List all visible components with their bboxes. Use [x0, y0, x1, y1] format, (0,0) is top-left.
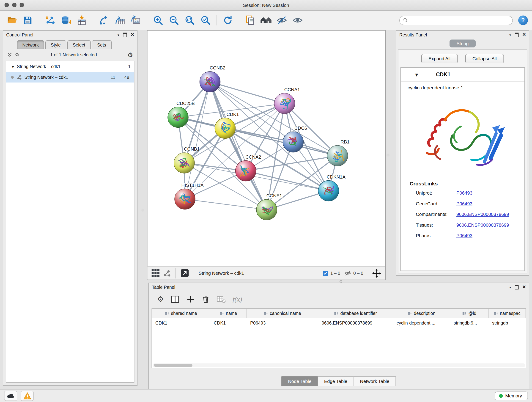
- cell-description[interactable]: cyclin-dependent ...: [393, 318, 450, 327]
- panel-close-icon[interactable]: ×: [131, 33, 134, 37]
- clone-network-button[interactable]: [112, 13, 128, 28]
- tab-network-table[interactable]: Network Table: [354, 376, 396, 386]
- hide-selected-button[interactable]: [274, 13, 290, 28]
- network-node-cdk1[interactable]: [215, 118, 235, 139]
- tab-network[interactable]: Network: [17, 40, 44, 49]
- right-splitter-handle[interactable]: [387, 154, 389, 157]
- gear-icon[interactable]: ⚙: [127, 51, 133, 58]
- network-node-cdc6[interactable]: [283, 132, 304, 153]
- window-close-button[interactable]: [5, 3, 9, 7]
- show-all-button[interactable]: [290, 13, 306, 28]
- birdseye-network-icon[interactable]: [164, 270, 171, 277]
- network-node-ccnb1[interactable]: [174, 153, 195, 173]
- export-image-button[interactable]: [128, 13, 144, 28]
- network-edge[interactable]: [210, 82, 267, 210]
- network-edge[interactable]: [225, 128, 338, 156]
- cell-shared-name[interactable]: CDK1: [152, 318, 210, 327]
- delete-column-icon[interactable]: [202, 295, 210, 303]
- preferred-layout-button[interactable]: [258, 13, 274, 28]
- column-header-shared-name[interactable]: shared name: [152, 309, 210, 318]
- panel-float-icon[interactable]: [515, 32, 519, 37]
- column-header-id[interactable]: @id: [450, 309, 489, 318]
- panel-menu-icon[interactable]: ▾: [509, 285, 511, 289]
- tab-edge-table[interactable]: Edge Table: [317, 376, 354, 386]
- network-node-ccna1[interactable]: [274, 93, 295, 114]
- tab-select[interactable]: Select: [67, 40, 90, 49]
- new-network-button[interactable]: [96, 13, 112, 28]
- hidden-eye-icon[interactable]: [344, 270, 351, 276]
- network-node-ccne1[interactable]: [256, 199, 277, 220]
- window-minimize-button[interactable]: [12, 3, 17, 7]
- network-row-selected[interactable]: String Network – cdk1 11 48: [6, 72, 134, 83]
- panel-close-icon[interactable]: ×: [522, 285, 526, 289]
- network-edge[interactable]: [185, 82, 210, 199]
- column-header-description[interactable]: description: [393, 309, 450, 318]
- copy-button[interactable]: [242, 13, 258, 28]
- help-button[interactable]: ?: [518, 16, 528, 25]
- memory-button[interactable]: Memory: [495, 392, 528, 400]
- collapse-all-button[interactable]: Collapse All: [465, 54, 504, 64]
- disclosure-triangle-icon[interactable]: ▼: [12, 65, 14, 68]
- network-node-hist1h1a[interactable]: [175, 189, 195, 210]
- column-header-database-identifier[interactable]: database identifier: [318, 309, 393, 318]
- panel-close-icon[interactable]: ×: [522, 33, 526, 37]
- tab-string[interactable]: String: [450, 40, 476, 48]
- crosslink-value-link[interactable]: 9606.ENSP00000378699: [456, 223, 509, 228]
- network-node-cdkn1a[interactable]: [318, 181, 339, 201]
- crosslink-value-link[interactable]: P06493: [456, 233, 472, 238]
- cell-id[interactable]: stringdb:9...: [450, 318, 489, 327]
- panel-float-icon[interactable]: [515, 285, 519, 289]
- zoom-in-button[interactable]: [150, 13, 166, 28]
- network-edge[interactable]: [210, 82, 285, 104]
- checkbox-icon[interactable]: [323, 270, 328, 276]
- panel-menu-icon[interactable]: ▾: [118, 33, 119, 37]
- expand-all-icon[interactable]: [15, 52, 20, 57]
- export-view-icon[interactable]: [181, 269, 189, 278]
- disclosure-triangle-icon[interactable]: ▼: [415, 72, 418, 77]
- panel-float-icon[interactable]: [123, 32, 127, 37]
- import-network-database-button[interactable]: [58, 13, 74, 28]
- table-row[interactable]: CDK1 CDK1 P06493 9606.ENSP00000378699 cy…: [152, 318, 526, 327]
- save-session-button[interactable]: [20, 13, 36, 28]
- refresh-button[interactable]: [220, 13, 236, 28]
- table-settings-gear-icon[interactable]: ⚙: [157, 295, 164, 303]
- move-tool-icon[interactable]: [372, 269, 381, 278]
- cell-namespace[interactable]: stringdb: [489, 318, 526, 327]
- network-node-ccnb2[interactable]: [200, 71, 220, 92]
- open-session-button[interactable]: [4, 13, 20, 28]
- bottom-splitter-handle[interactable]: [340, 280, 342, 283]
- warnings-button[interactable]: [21, 391, 34, 401]
- left-splitter-handle[interactable]: [142, 209, 144, 211]
- collapse-all-icon[interactable]: [7, 52, 12, 57]
- panel-menu-icon[interactable]: ▾: [509, 33, 511, 37]
- delete-table-icon[interactable]: [216, 295, 226, 303]
- tab-style[interactable]: Style: [45, 40, 66, 49]
- tab-sets[interactable]: Sets: [92, 40, 112, 49]
- cell-canonical-name[interactable]: P06493: [247, 318, 318, 327]
- zoom-out-button[interactable]: [166, 13, 182, 28]
- import-table-file-button[interactable]: [74, 13, 90, 28]
- column-header-namespace[interactable]: namespac: [489, 309, 526, 318]
- function-builder-icon[interactable]: f(x): [233, 295, 242, 303]
- grid-view-icon[interactable]: [152, 269, 160, 277]
- scrollbar-thumb[interactable]: [154, 364, 192, 367]
- crosslink-value-link[interactable]: P06493: [456, 201, 472, 206]
- network-canvas[interactable]: CCNB2CCNA1CDC25BCDK1CDC6RB1CCNB1CCNA2CDK…: [147, 31, 385, 267]
- column-header-canonical-name[interactable]: canonical name: [247, 309, 318, 318]
- network-node-ccna2[interactable]: [235, 161, 256, 181]
- show-columns-icon[interactable]: [171, 295, 179, 303]
- cell-database-identifier[interactable]: 9606.ENSP00000378699: [318, 318, 393, 327]
- window-zoom-button[interactable]: [20, 3, 24, 7]
- network-edge[interactable]: [185, 199, 267, 210]
- search-input[interactable]: [410, 17, 509, 23]
- crosslink-value-link[interactable]: 9606.ENSP00000378699: [456, 212, 509, 217]
- add-column-icon[interactable]: [186, 295, 195, 303]
- import-network-file-button[interactable]: [42, 13, 58, 28]
- zoom-fit-button[interactable]: [182, 13, 198, 28]
- crosslink-value-link[interactable]: P06493: [456, 191, 472, 196]
- zoom-selected-button[interactable]: [198, 13, 214, 28]
- search-field[interactable]: [399, 16, 513, 25]
- network-node-rb1[interactable]: [327, 146, 348, 166]
- cell-name[interactable]: CDK1: [210, 318, 247, 327]
- network-node-cdc25b[interactable]: [168, 107, 188, 128]
